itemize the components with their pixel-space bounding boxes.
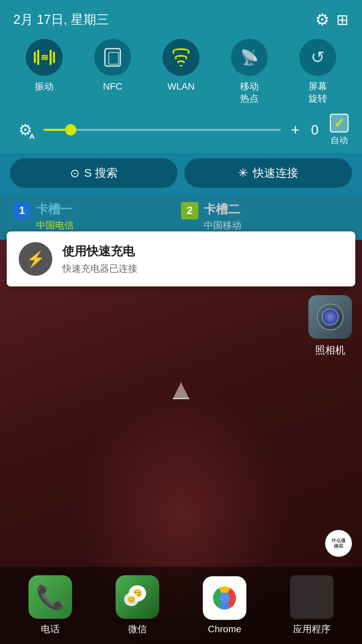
wechat-face2: 😊	[127, 595, 136, 603]
brightness-icon: ⚙A	[13, 121, 37, 139]
hotspot-icon: 📡	[240, 49, 259, 66]
wechat-label: 微信	[128, 623, 147, 636]
chrome-app[interactable]: Chrome	[191, 576, 258, 635]
quick-connect-button[interactable]: ✳ 快速连接	[184, 158, 352, 188]
rotate-icon-circle: ↺	[299, 39, 336, 76]
hotspot-label: 移动热点	[240, 80, 259, 105]
s-search-label: S 搜索	[84, 165, 118, 181]
wifi-toggle[interactable]: WLAN	[163, 39, 199, 105]
camera-app-label: 照相机	[315, 343, 345, 357]
sim-slot-2[interactable]: 2 卡槽二 中国移动	[181, 201, 349, 232]
brightness-plus-icon: +	[291, 121, 300, 138]
sim1-name: 卡槽一	[36, 201, 74, 218]
notification-title: 使用快速充电	[62, 243, 137, 260]
sim1-carrier: 中国电信	[36, 219, 74, 232]
chrome-label: Chrome	[208, 624, 241, 635]
nfc-icon-circle	[94, 39, 131, 76]
nfc-label: NFC	[103, 80, 122, 93]
notification-icon: ⚡	[19, 242, 52, 276]
checkbox-check-icon: ✓	[334, 115, 345, 131]
wifi-arc-small	[177, 60, 185, 63]
phone-icon: 📞	[28, 575, 72, 619]
camera-app-icon[interactable]: 照相机	[308, 295, 352, 357]
wifi-arc-large	[173, 48, 189, 54]
vib-bar-right	[53, 52, 55, 63]
top-action-icons: ⚙ ⊞	[315, 10, 349, 29]
chrome-svg-icon	[209, 583, 240, 613]
phone-label: 电话	[41, 623, 60, 636]
notification-text: 使用快速充电 快速充电器已连接	[62, 243, 137, 275]
phone-glyph: 📞	[36, 583, 65, 611]
search-buttons-row: ⊙ S 搜索 ✳ 快速连接	[0, 153, 362, 195]
vibrate-label: 振动	[35, 80, 54, 93]
brightness-row: ⚙A + 0 ✓ 自动	[0, 108, 362, 153]
settings-icon[interactable]: ⚙	[315, 10, 329, 29]
apps-drawer[interactable]: 应用程序	[278, 575, 345, 636]
apps-icon	[290, 575, 334, 619]
wifi-icon-circle	[163, 39, 199, 76]
date-display: 2月 17日, 星期三	[13, 11, 109, 28]
brightness-track	[44, 129, 281, 131]
sim1-number-badge: 1	[13, 202, 31, 219]
sim2-carrier: 中国移动	[204, 219, 241, 232]
brightness-value: 0	[306, 122, 323, 138]
svg-point-4	[220, 594, 229, 602]
vib-bar-left	[34, 52, 36, 63]
brightness-fill	[44, 129, 67, 131]
sim1-info: 卡槽一 中国电信	[36, 201, 74, 232]
vib-symbol: ≋	[41, 52, 48, 63]
notification-card[interactable]: ⚡ 使用快速充电 快速充电器已连接	[7, 231, 355, 286]
nfc-toggle[interactable]: NFC	[94, 39, 131, 105]
sim2-name: 卡槽二	[204, 201, 241, 218]
vib-bar-right2	[50, 50, 52, 65]
wechat-app[interactable]: 😊 😊 微信	[104, 575, 171, 636]
camera-lens-inner	[322, 309, 339, 325]
wechat-icon: 😊 😊	[116, 575, 159, 619]
watermark-text: 什么值得买	[331, 538, 346, 549]
s-search-button[interactable]: ⊙ S 搜索	[10, 158, 178, 188]
brightness-thumb	[65, 124, 76, 136]
camera-icon-wrap	[308, 295, 352, 339]
wechat-faces: 😊 😊	[124, 585, 151, 609]
page-indicator	[173, 382, 189, 399]
watermark-circle: 什么值得买	[325, 530, 352, 557]
status-bar: 2月 17日, 星期三 ⚙ ⊞	[0, 0, 362, 36]
auto-brightness-label: 自动	[330, 135, 348, 146]
quick-settings-panel: 2月 17日, 星期三 ⚙ ⊞ ≋ 振动 NFC	[0, 0, 362, 240]
quick-connect-label: 快速连接	[253, 165, 298, 181]
rotate-icon: ↺	[311, 48, 325, 67]
nfc-icon	[104, 48, 121, 67]
lightning-icon: ⚡	[26, 250, 45, 268]
wifi-label: WLAN	[168, 80, 195, 93]
auto-checkbox-box: ✓	[330, 114, 349, 132]
brightness-slider[interactable]	[44, 129, 281, 131]
bottom-dock: 📞 电话 😊 😊 微信	[0, 567, 362, 644]
rotate-label: 屏幕旋转	[308, 80, 327, 105]
chrome-icon	[203, 576, 246, 620]
hotspot-toggle[interactable]: 📡 移动热点	[231, 39, 268, 105]
home-indicator-icon	[173, 382, 189, 399]
vibrate-icon-circle: ≋	[26, 39, 63, 76]
watermark: 什么值得买	[325, 530, 352, 557]
sim2-info: 卡槽二 中国移动	[204, 201, 241, 232]
auto-brightness-toggle[interactable]: ✓ 自动	[330, 114, 349, 146]
vibrate-toggle[interactable]: ≋ 振动	[26, 39, 63, 105]
wifi-icon	[172, 48, 190, 66]
notification-subtitle: 快速充电器已连接	[62, 262, 137, 275]
hotspot-icon-circle: 📡	[231, 39, 268, 76]
apps-label: 应用程序	[293, 623, 330, 636]
phone-app[interactable]: 📞 电话	[17, 575, 84, 636]
sim2-number-badge: 2	[181, 202, 198, 219]
s-search-icon: ⊙	[70, 166, 79, 180]
quick-connect-icon: ✳	[238, 166, 248, 180]
rotate-toggle[interactable]: ↺ 屏幕旋转	[299, 39, 336, 105]
wifi-arc-medium	[175, 55, 187, 59]
quick-toggles-row: ≋ 振动 NFC WLAN	[0, 36, 362, 108]
vib-bar-left2	[37, 50, 39, 65]
grid-icon[interactable]: ⊞	[336, 11, 349, 28]
vibrate-icon: ≋	[34, 50, 55, 65]
sim-slot-1[interactable]: 1 卡槽一 中国电信	[13, 201, 181, 232]
wifi-dot	[180, 65, 182, 66]
wechat-bubble-2: 😊	[124, 593, 139, 606]
camera-lens-outer	[317, 304, 344, 330]
